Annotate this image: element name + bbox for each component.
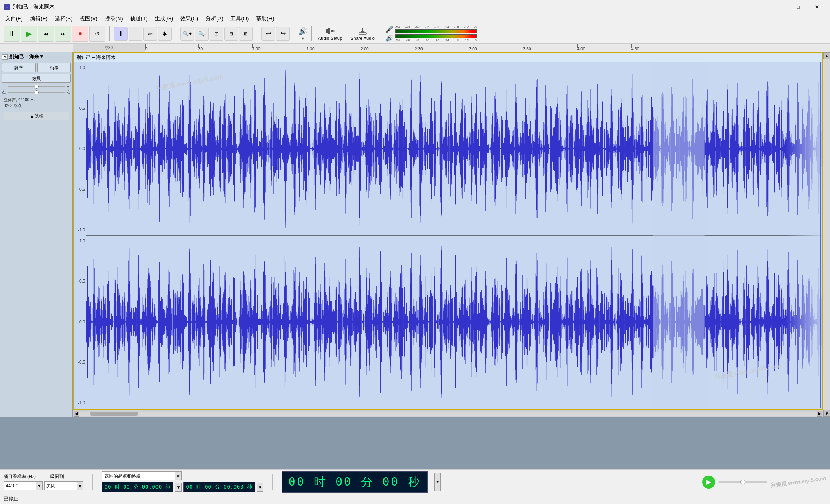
sep6	[381, 26, 381, 41]
track-name: 别知己 – 海来▼	[9, 53, 71, 60]
ruler-mark-30: 30	[198, 44, 203, 52]
draw-tool-button[interactable]: ✏	[143, 27, 157, 41]
start-time-display[interactable]: 00 时 00 分 00.000 秒	[102, 482, 173, 492]
menu-analyze[interactable]: 分析(A)	[202, 14, 226, 23]
scroll-thumb[interactable]	[90, 412, 138, 416]
selection-type-combo: 选区的起点和终点 ▼	[102, 471, 182, 480]
menu-view[interactable]: 视图(V)	[77, 14, 101, 23]
snap-arrow[interactable]: ▼	[77, 481, 83, 490]
share-audio-button[interactable]: Share Audio	[347, 25, 379, 43]
selection-type-arrow[interactable]: ▼	[175, 471, 182, 480]
pause-button[interactable]: ⏸	[4, 26, 20, 42]
y-axis-bottom: 1.0 0.5 0.0 -0.5 -1.0	[74, 236, 86, 409]
track-panel: ✕ 别知己 – 海来▼ 静音 独奏 效果 -	[0, 52, 73, 417]
track-close-button[interactable]: ✕	[2, 54, 8, 60]
toolbar: ⏸ ▶ ⏮ ⏭ ● ↺ I ⌯ ✏ ✱ 🔍+ 🔍- ⊡ ⊟ ⊞	[0, 24, 830, 44]
volume-slider[interactable]	[8, 86, 65, 87]
playback-meter-bar	[395, 29, 477, 33]
bottom-play-button[interactable]: ▶	[702, 476, 715, 489]
menu-track[interactable]: 轨道(T)	[127, 14, 151, 23]
solo-button[interactable]: 独奏	[37, 63, 71, 72]
sample-rate-arrow[interactable]: ▼	[36, 481, 43, 490]
snap-input[interactable]: 关闭	[44, 481, 77, 490]
sample-rate-label: 项目采样率 (Hz)	[4, 473, 36, 480]
menu-edit[interactable]: 编辑(E)	[27, 14, 51, 23]
menu-file[interactable]: 文件(F)	[2, 14, 26, 23]
track-header: ✕ 别知己 – 海来▼	[0, 52, 72, 61]
menu-effect[interactable]: 效果(C)	[177, 14, 201, 23]
time-fields-row: 00 时 00 分 00.000 秒 ▼ 00 时 00 分 00.000 秒 …	[102, 482, 263, 492]
pan-row: 左 右	[2, 89, 71, 95]
bottom-left: 项目采样率 (Hz) 吸附到 44100 ▼ 关闭 ▼	[4, 473, 83, 490]
pan-thumb[interactable]	[35, 90, 39, 94]
play-button[interactable]: ▶	[21, 26, 37, 42]
scroll-up-arrow[interactable]: ▲	[823, 52, 830, 59]
speed-slider-thumb[interactable]	[740, 480, 745, 484]
ruler-cursor-indicator: ▽30	[105, 46, 113, 50]
ruler-mark-230: 2:30	[415, 44, 423, 52]
menu-select[interactable]: 选择(S)	[52, 14, 76, 23]
envelope-tool-button[interactable]: ⌯	[129, 27, 142, 41]
loop-button[interactable]: ↺	[89, 26, 105, 42]
pan-slider[interactable]	[8, 92, 65, 93]
select-button[interactable]: ▲ 选择	[4, 112, 69, 120]
scroll-left-arrow[interactable]: ◀	[74, 411, 79, 417]
scroll-right-arrow[interactable]: ▶	[817, 411, 822, 417]
audio-setup-button[interactable]: Audio Setup	[314, 25, 346, 43]
menu-help[interactable]: 帮助(H)	[253, 14, 277, 23]
horizontal-scrollbar[interactable]: ◀ ▶	[73, 410, 823, 417]
select-tool-button[interactable]: I	[114, 27, 128, 41]
title-bar: ♪ 别知己 - 海来阿木 ─ □ ✕	[0, 0, 830, 13]
menu-record[interactable]: 播录(N)	[102, 14, 126, 23]
multi-tool-button[interactable]: ✱	[158, 27, 172, 41]
selection-type-display[interactable]: 选区的起点和终点	[102, 471, 175, 480]
fit-project-button[interactable]: ⊡	[210, 27, 223, 41]
sep1	[109, 26, 110, 41]
fit-tracks-button[interactable]: ⊟	[224, 27, 238, 41]
record-button[interactable]: ●	[72, 26, 88, 42]
playback-speed-slider[interactable]	[718, 481, 767, 483]
sep2	[176, 26, 176, 41]
sep4	[294, 26, 294, 41]
menu-generate[interactable]: 生成(G)	[151, 14, 176, 23]
minimize-button[interactable]: ─	[770, 0, 789, 13]
scroll-down-arrow[interactable]: ▼	[823, 410, 830, 417]
sample-rate-row: 项目采样率 (Hz) 吸附到	[4, 473, 83, 480]
volume-row: - +	[2, 84, 71, 89]
ruler-mark-100: 1:00	[252, 44, 260, 52]
end-time-arrow[interactable]: ▼	[257, 483, 263, 492]
sample-rate-combo: 44100 ▼	[4, 481, 43, 490]
track-canvas[interactable]: 别知己 – 海来阿木 1.0 0.5 0.0 -0.5 -1.0 1.	[73, 52, 823, 410]
watermark-bottom-right: 兴趣屋 www.xqu5.com	[771, 474, 827, 489]
menu-tools[interactable]: 工具(O)	[227, 14, 252, 23]
track-actions: ▲ 选择	[2, 111, 71, 121]
volume-icon: 🔊	[298, 27, 307, 36]
skip-start-button[interactable]: ⏮	[38, 26, 54, 42]
mute-button[interactable]: 静音	[2, 63, 36, 72]
playback-meter-row: 🎤 -54-48-42-36-30-24-18-12-6	[385, 25, 477, 33]
playback-scale: -54-48-42-36-30-24-18-12-6	[395, 25, 477, 29]
sample-rate-input[interactable]: 44100	[4, 481, 36, 490]
scroll-track[interactable]	[79, 412, 817, 416]
redo-button[interactable]: ↪	[276, 27, 290, 41]
end-time-display[interactable]: 00 时 00 分 00.000 秒	[183, 482, 255, 492]
time-display-arrow[interactable]: ▼	[434, 473, 441, 491]
ruler-left-spacer: ▽30	[73, 44, 145, 52]
zoom-in-button[interactable]: 🔍+	[180, 27, 194, 41]
undo-button[interactable]: ↩	[261, 27, 275, 41]
zoom-out-button[interactable]: 🔍-	[195, 27, 209, 41]
vertical-scrollbar[interactable]: ▲ ▼	[823, 52, 830, 417]
top-channel	[86, 62, 822, 236]
maximize-button[interactable]: □	[789, 0, 808, 13]
status-text: 已停止.	[4, 495, 20, 502]
start-time-arrow[interactable]: ▼	[175, 483, 182, 492]
scroll-track-v[interactable]	[823, 59, 830, 410]
track-controls: 静音 独奏 效果 - + 左	[0, 61, 72, 122]
skip-end-button[interactable]: ⏭	[55, 26, 71, 42]
record-meter-row: 🔊 -54-48-42-36-30-24-18-12-6	[385, 34, 477, 42]
effect-button[interactable]: 效果	[2, 74, 71, 83]
selection-area: 选区的起点和终点 ▼ 00 时 00 分 00.000 秒 ▼ 00 时 00 …	[102, 471, 263, 492]
close-button[interactable]: ✕	[808, 0, 826, 13]
zoom-sel-button[interactable]: ⊞	[239, 27, 253, 41]
volume-thumb[interactable]	[35, 85, 39, 89]
